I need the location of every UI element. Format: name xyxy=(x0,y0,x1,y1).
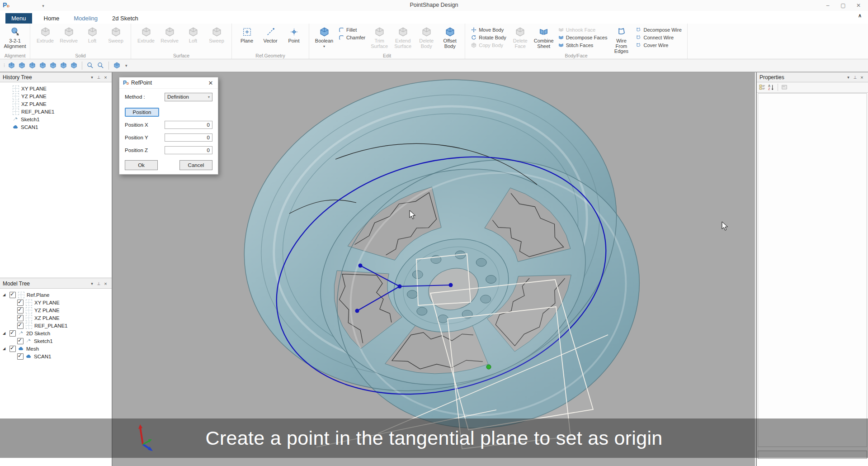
view-left-icon[interactable] xyxy=(39,62,47,69)
tree-item-scan1[interactable]: SCAN1 xyxy=(0,123,112,131)
properties-pin-icon[interactable]: ⊥ xyxy=(852,75,859,80)
visibility-checkbox[interactable] xyxy=(17,353,24,360)
tree-item-ref-plane1[interactable]: REF_PLANE1 xyxy=(0,322,112,329)
view-bottom-icon[interactable] xyxy=(70,62,78,69)
shaded-view-icon[interactable] xyxy=(113,62,121,69)
3-2-1-alignment-button[interactable]: 3-2-1 Alignment xyxy=(4,24,26,49)
view-top-icon[interactable] xyxy=(60,62,67,69)
history-pin-icon[interactable]: ⊥ xyxy=(95,75,102,80)
connect-wire-icon xyxy=(635,34,642,41)
tab-2d-sketch[interactable]: 2d Sketch xyxy=(111,13,139,24)
fillet-button[interactable]: Fillet xyxy=(338,27,365,33)
tree-item-ref-plane1[interactable]: REF_PLANE1 xyxy=(0,108,112,115)
button-label: Wire From Edges xyxy=(610,38,632,54)
tab-home[interactable]: Home xyxy=(43,13,61,24)
tree-item-scan1[interactable]: SCAN1 xyxy=(0,352,112,360)
zoom-window-icon[interactable] xyxy=(86,62,94,69)
stitch-faces-button[interactable]: Stitch Faces xyxy=(558,42,608,48)
view-front-icon[interactable] xyxy=(18,62,26,69)
zoom-icon[interactable] xyxy=(97,62,104,69)
refpoint-dialog-titlebar[interactable]: PD RefPoint ✕ xyxy=(119,77,218,89)
tab-modeling[interactable]: Modeling xyxy=(73,13,99,24)
ok-button[interactable]: Ok xyxy=(125,160,158,170)
history-menu-icon[interactable]: ▾ xyxy=(89,75,95,80)
revolve-button: Revolve xyxy=(158,24,181,44)
tree-expander-icon[interactable]: ◢ xyxy=(3,347,7,351)
tree-item-xy-plane[interactable]: XY PLANE xyxy=(0,299,112,306)
properties-menu-icon[interactable]: ▾ xyxy=(845,75,852,80)
vector-icon xyxy=(265,26,276,38)
tree-item-yz-plane[interactable]: YZ PLANE xyxy=(0,306,112,314)
visibility-checkbox[interactable] xyxy=(9,346,16,352)
toolbar-grip[interactable]: ⋮ xyxy=(2,65,5,66)
visibility-checkbox[interactable] xyxy=(9,292,16,298)
restore-button[interactable]: ▢ xyxy=(835,0,851,11)
tree-item-ref-plane[interactable]: ◢Ref.Plane xyxy=(0,291,112,299)
cover-wire-button[interactable]: Cover Wire xyxy=(635,42,681,48)
plane-icon xyxy=(13,101,19,107)
tab-menu[interactable]: Menu xyxy=(5,13,32,24)
cancel-button[interactable]: Cancel xyxy=(179,160,212,170)
model-menu-icon[interactable]: ▾ xyxy=(89,281,95,286)
ribbon: 3-2-1 AlignmentAlignmentExtrudeRevolveLo… xyxy=(0,24,868,59)
property-grid[interactable] xyxy=(758,93,867,447)
offset-body-button[interactable]: Offset Body xyxy=(439,24,461,49)
field-label: Position Y xyxy=(125,135,165,140)
button-label: Rotate Body xyxy=(479,35,506,40)
tree-expander-icon[interactable]: ◢ xyxy=(3,293,7,297)
tree-item-yz-plane[interactable]: YZ PLANE xyxy=(0,92,112,100)
tree-item-mesh[interactable]: ◢Mesh xyxy=(0,345,112,352)
toolbar-overflow-icon[interactable]: ▾ xyxy=(125,63,127,68)
chamfer-button[interactable]: Chamfer xyxy=(338,34,365,41)
property-pages-icon[interactable] xyxy=(781,84,788,91)
categorized-view-icon[interactable] xyxy=(759,84,766,91)
tree-item-2d-sketch[interactable]: ◢2D Sketch xyxy=(0,329,112,337)
visibility-checkbox[interactable] xyxy=(9,330,16,337)
visibility-checkbox[interactable] xyxy=(17,338,24,344)
tree-item-xy-plane[interactable]: XY PLANE xyxy=(0,85,112,92)
tree-item-label: YZ PLANE xyxy=(34,308,60,313)
close-button[interactable]: ✕ xyxy=(851,0,866,11)
view-right-icon[interactable] xyxy=(49,62,57,69)
decompose-faces-button[interactable]: Decompose Faces xyxy=(558,34,608,41)
minimize-button[interactable]: – xyxy=(820,0,835,11)
ribbon-collapse-button[interactable]: ∧ xyxy=(858,13,862,19)
wire-from-edges-button[interactable]: Wire From Edges xyxy=(610,24,632,54)
position-x-input[interactable]: 0 xyxy=(165,121,212,129)
tree-item-sketch1[interactable]: Sketch1 xyxy=(0,337,112,345)
combine-sheet-button[interactable]: Combine Sheet xyxy=(533,24,555,49)
model-pin-icon[interactable]: ⊥ xyxy=(95,281,102,286)
position-z-input[interactable]: 0 xyxy=(165,146,212,154)
point-button[interactable]: Point xyxy=(283,24,305,44)
visibility-checkbox[interactable] xyxy=(17,300,24,306)
extend-surface-button: Extend Surface xyxy=(392,24,414,49)
refpoint-close-icon[interactable]: ✕ xyxy=(207,80,214,86)
refpoint-dialog-title: RefPoint xyxy=(131,80,152,86)
visibility-checkbox[interactable] xyxy=(17,307,24,314)
chevron-down-icon[interactable]: ▾ xyxy=(323,44,325,48)
history-close-icon[interactable]: × xyxy=(102,75,109,80)
tree-expander-icon[interactable]: ◢ xyxy=(3,331,7,335)
properties-close-icon[interactable]: × xyxy=(859,75,865,80)
model-close-icon[interactable]: × xyxy=(102,281,109,286)
vector-button[interactable]: Vector xyxy=(259,24,282,44)
method-dropdown[interactable]: Definition ▾ xyxy=(165,93,212,101)
connect-wire-button[interactable]: Connect Wire xyxy=(635,34,681,41)
move-body-button[interactable]: Move Body xyxy=(471,27,506,33)
tree-item-sketch1[interactable]: Sketch1 xyxy=(0,115,112,123)
view-toolbar: ⋮▾ xyxy=(0,59,868,72)
visibility-checkbox[interactable] xyxy=(17,323,24,329)
visibility-checkbox[interactable] xyxy=(17,315,24,321)
tree-item-xz-plane[interactable]: XZ PLANE xyxy=(0,314,112,322)
tree-item-xz-plane[interactable]: XZ PLANE xyxy=(0,100,112,108)
alphabetical-sort-icon[interactable]: AZ xyxy=(768,84,775,91)
view-iso-icon[interactable] xyxy=(8,62,15,69)
position-button[interactable]: Position xyxy=(125,108,159,117)
plane-button[interactable]: Plane xyxy=(236,24,258,44)
rotate-body-button[interactable]: Rotate Body xyxy=(471,34,506,41)
view-back-icon[interactable] xyxy=(28,62,36,69)
decompose-wire-button[interactable]: Decompose Wire xyxy=(635,27,681,33)
position-y-input[interactable]: 0 xyxy=(165,133,212,142)
unhook-face-icon xyxy=(558,27,564,33)
boolean-button[interactable]: Boolean▾ xyxy=(313,24,335,48)
